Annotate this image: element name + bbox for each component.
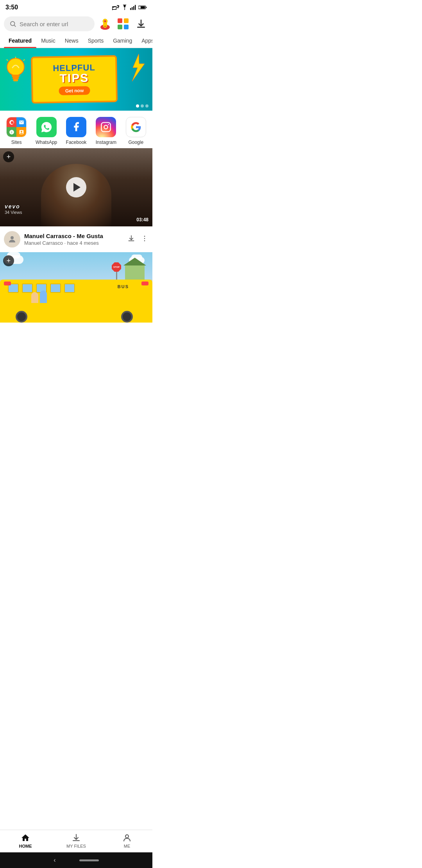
nav-tabs: Featured Music News Sports Gaming Apps (0, 34, 152, 48)
status-icons (112, 5, 147, 10)
search-input[interactable] (20, 21, 89, 27)
battery-icon (138, 5, 147, 10)
video-more-icon-1[interactable] (141, 235, 148, 244)
svg-rect-18 (124, 18, 129, 23)
google-icon (126, 117, 146, 137)
svg-rect-23 (13, 77, 19, 79)
video-thumbnail-1[interactable]: + vevo 34 Views 03:48 (0, 148, 152, 226)
banner-lightning-icon (125, 52, 148, 83)
whatsapp-label: WhatsApp (36, 140, 57, 145)
status-bar: 3:50 (0, 0, 152, 14)
svg-rect-17 (118, 18, 122, 23)
instagram-icon (96, 117, 116, 137)
video-thumbnail-2[interactable]: BUS (0, 252, 152, 323)
cast-icon (112, 5, 119, 10)
promo-banner[interactable]: HELPFUL TIPS Get now (0, 48, 152, 111)
banner-text-box: HELPFUL TIPS Get now (31, 55, 118, 104)
shortcuts-row: Sites WhatsApp Facebook (0, 111, 152, 148)
vevo-watermark: vevo 34 Views (5, 203, 22, 215)
video-avatar-1 (4, 231, 20, 247)
svg-point-35 (144, 240, 145, 241)
tab-gaming[interactable]: Gaming (108, 34, 137, 48)
svg-line-26 (7, 59, 8, 61)
play-button-1[interactable] (66, 177, 86, 197)
shortcut-facebook[interactable]: Facebook (63, 117, 89, 145)
banner-dot-3 (145, 104, 148, 108)
banner-tips-text: TIPS (59, 72, 89, 84)
joystick-icon[interactable] (98, 16, 113, 31)
facebook-label: Facebook (66, 140, 87, 145)
svg-point-21 (7, 58, 24, 75)
svg-point-33 (144, 235, 145, 237)
svg-rect-16 (104, 26, 106, 27)
tab-sports[interactable]: Sports (83, 34, 108, 48)
tab-featured[interactable]: Featured (4, 34, 36, 48)
search-input-wrap[interactable] (4, 16, 95, 31)
svg-rect-10 (139, 6, 141, 9)
svg-rect-24 (13, 79, 18, 81)
svg-point-30 (104, 125, 108, 129)
svg-point-2 (124, 9, 125, 10)
svg-rect-6 (135, 5, 136, 10)
shortcut-instagram[interactable]: Instagram (93, 117, 119, 145)
tab-apps[interactable]: Apps (137, 34, 152, 48)
svg-rect-22 (12, 75, 20, 77)
whatsapp-icon (36, 117, 57, 137)
banner-dot-2 (141, 104, 144, 108)
video-actions-1 (127, 235, 148, 244)
colorful-apps-icon[interactable] (116, 16, 131, 31)
video-subtitle-1: Manuel Carrasco · hace 4 meses (24, 240, 123, 246)
video-add-button-2[interactable]: + (3, 255, 14, 266)
svg-point-1 (112, 9, 113, 10)
instagram-label: Instagram (96, 140, 116, 145)
banner-dot-1 (136, 104, 139, 108)
svg-rect-5 (133, 6, 134, 10)
svg-point-31 (108, 124, 109, 125)
download-icon[interactable] (134, 16, 148, 31)
wifi-icon (121, 5, 128, 10)
svg-point-34 (144, 238, 145, 239)
video-card-1-container: + vevo 34 Views 03:48 (0, 148, 152, 252)
svg-rect-19 (118, 25, 122, 29)
svg-point-15 (104, 20, 106, 22)
svg-point-32 (11, 236, 14, 239)
svg-rect-4 (132, 7, 132, 10)
video-meta-1: Manuel Carrasco - Me Gusta Manuel Carras… (24, 233, 123, 246)
tab-news[interactable]: News (60, 34, 83, 48)
banner-get-now-button[interactable]: Get now (59, 86, 90, 95)
banner-dots (136, 104, 148, 108)
svg-rect-29 (102, 122, 111, 131)
banner-bulb-icon (4, 56, 31, 91)
search-bar-row (0, 14, 152, 34)
svg-rect-20 (124, 25, 129, 29)
shortcut-sites[interactable]: Sites (3, 117, 30, 145)
google-label: Google (128, 140, 143, 145)
video-card-2-container: BUS (0, 252, 152, 323)
svg-marker-28 (132, 54, 145, 81)
shortcut-whatsapp[interactable]: WhatsApp (33, 117, 60, 145)
shortcut-google[interactable]: Google (123, 117, 149, 145)
status-time: 3:50 (5, 4, 18, 11)
sites-icon (6, 117, 27, 137)
svg-line-27 (23, 59, 25, 61)
video-download-icon-1[interactable] (127, 235, 135, 244)
video-info-row-1: Manuel Carrasco - Me Gusta Manuel Carras… (0, 226, 152, 252)
search-icon (9, 20, 16, 27)
svg-rect-8 (146, 7, 147, 8)
sites-label: Sites (11, 140, 22, 145)
signal-icon (130, 5, 136, 10)
tab-music[interactable]: Music (36, 34, 60, 48)
video-duration-1: 03:48 (136, 217, 148, 222)
svg-rect-3 (130, 8, 131, 10)
video-add-button-1[interactable]: + (3, 151, 14, 162)
facebook-icon (66, 117, 86, 137)
video-card-2-bg: BUS (0, 252, 152, 323)
video-title-1: Manuel Carrasco - Me Gusta (24, 233, 123, 239)
